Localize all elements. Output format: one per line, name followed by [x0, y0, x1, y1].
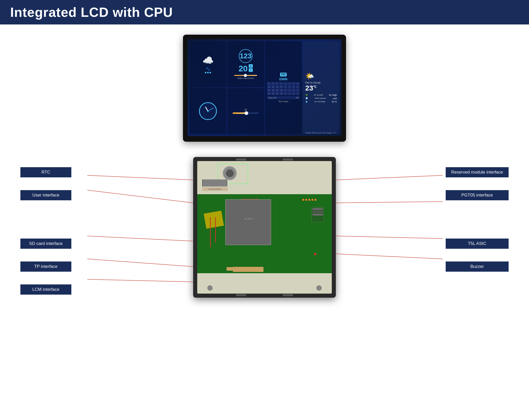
connector-top-left — [236, 159, 246, 161]
number-row: 20 + − — [239, 63, 253, 73]
plus-minus-controls: + − — [249, 64, 253, 72]
buzzer-dot — [314, 253, 316, 255]
screw-br — [316, 285, 322, 291]
keyboard-grid: TTTT LLLL WWWW LLLL WWWW LLLL WWWW LLLL — [267, 82, 300, 95]
humidity-icon: 💧 — [305, 100, 308, 103]
rtc-battery-inner — [226, 169, 234, 177]
svg-line-1 — [87, 190, 193, 203]
label-user-interface: User interface — [20, 190, 71, 200]
air-humidity-row: 💧 Air Humidity 32 % — [305, 100, 337, 103]
tp-connector — [227, 267, 234, 271]
main-chip: T5L ASIC — [225, 199, 271, 245]
orange-dots-row — [302, 199, 316, 201]
lcd-screen: ☁️ 🐾 123 20 + − — [188, 39, 341, 136]
weather-description: Fair to cloudy — [305, 81, 321, 84]
slider-thumb[interactable] — [245, 111, 248, 115]
page-title: Integrated LCD with CPU — [10, 5, 519, 20]
txt-icon: TXT — [280, 73, 287, 76]
wind-icon: 💨 — [305, 97, 308, 99]
text-input-label: Text Input — [278, 100, 288, 103]
clock-minute-hand — [208, 108, 214, 111]
plus-btn[interactable]: + — [249, 64, 253, 68]
pcb-device-wrapper: LDL00T1313E2114 — [187, 157, 342, 298]
barcode-sticker — [202, 179, 228, 187]
wind-speed-row: 💨 Wind Speed Low — [305, 97, 337, 100]
left-labels: RTC User interface SD card interface TP … — [20, 167, 71, 295]
slider-track — [233, 112, 259, 114]
label-lcm-interface: LCM interface — [20, 284, 71, 295]
rtc-battery — [223, 166, 237, 180]
label-reserved-module: Reserved module interface — [446, 167, 509, 177]
air-quality-row: 🌿 Air Quality 52 High — [305, 94, 337, 96]
right-components — [311, 207, 324, 222]
data-adjustment-label: Data Adjustment — [237, 77, 254, 80]
dwin-label: DWIN — [279, 77, 287, 81]
svg-line-7 — [336, 236, 443, 239]
widget-cloud: ☁️ 🐾 — [190, 41, 226, 87]
slider-fill — [233, 112, 246, 114]
label-tp-interface: TP interface — [20, 261, 71, 272]
svg-line-5 — [336, 175, 443, 180]
pcb-board: LDL00T1313E2114 — [197, 161, 332, 294]
barcode-label: LDL00T1313E2114 — [202, 187, 228, 191]
weather-icon-group: 🌤️ — [305, 72, 314, 80]
red-wire-2 — [215, 217, 216, 243]
svg-line-3 — [87, 259, 193, 267]
svg-line-6 — [336, 202, 443, 203]
weather-stats: 🌿 Air Quality 52 High 💨 Wind Speed Low 💧… — [305, 94, 337, 104]
screw-bl — [207, 285, 213, 291]
svg-line-0 — [87, 175, 193, 180]
right-labels: Reserved module interface PGT05 interfac… — [446, 167, 509, 272]
widget-number: 123 20 + − Data Adjustment — [227, 41, 264, 87]
minus-btn[interactable]: − — [249, 68, 253, 72]
svg-line-2 — [87, 236, 193, 241]
slider-value: 20 — [244, 109, 247, 111]
weather-temperature: 23℃ — [305, 84, 316, 92]
label-t5l-asic: T5L ASIC — [446, 239, 509, 249]
yellow-tape — [204, 211, 224, 229]
label-rtc: RTC — [20, 167, 71, 177]
label-sd-card: SD card interface — [20, 239, 71, 249]
widget-clock — [190, 88, 226, 134]
widget-slider: 20 — [227, 88, 264, 134]
svg-line-4 — [87, 279, 193, 282]
number-display: 20 — [239, 64, 248, 73]
pcb-device: LDL00T1313E2114 — [193, 157, 336, 298]
scroll-hint: swipe left to turn the page >>> — [306, 132, 336, 134]
label-pgt05: PGT05 interface — [446, 190, 509, 200]
sun-icon: 🌤️ — [305, 72, 314, 80]
widget-weather: 🌤️ Fair to cloudy 23℃ 🌿 Air Quality 52 H… — [303, 41, 339, 134]
page-header: Integrated LCD with CPU — [0, 0, 529, 24]
fpc-connector — [233, 267, 263, 272]
dots-decoration — [205, 72, 211, 73]
pcb-foam-bottom — [197, 273, 332, 294]
number-circle: 123 — [239, 49, 253, 63]
lcd-section: ☁️ 🐾 123 20 + − — [183, 35, 346, 142]
connector-bottom-right — [283, 294, 293, 296]
red-wire-1 — [210, 217, 211, 248]
air-quality-icon: 🌿 — [305, 94, 308, 96]
main-content: ☁️ 🐾 123 20 + − — [0, 24, 529, 346]
lcd-device: ☁️ 🐾 123 20 + − — [183, 35, 346, 142]
widget-text-input: TXT DWIN TTTT LLLL WWWW LLLL WWWW LLLL W… — [265, 41, 302, 134]
connector-top-right — [283, 159, 293, 161]
clock-face — [199, 102, 217, 120]
cloud-icon: ☁️ — [202, 55, 214, 66]
connector-bottom-left — [236, 294, 246, 296]
clock-center-dot — [207, 110, 209, 112]
svg-line-8 — [336, 254, 443, 259]
label-buzzer: Buzzer — [446, 261, 509, 272]
pcb-section: LDL00T1313E2114 — [15, 157, 514, 335]
